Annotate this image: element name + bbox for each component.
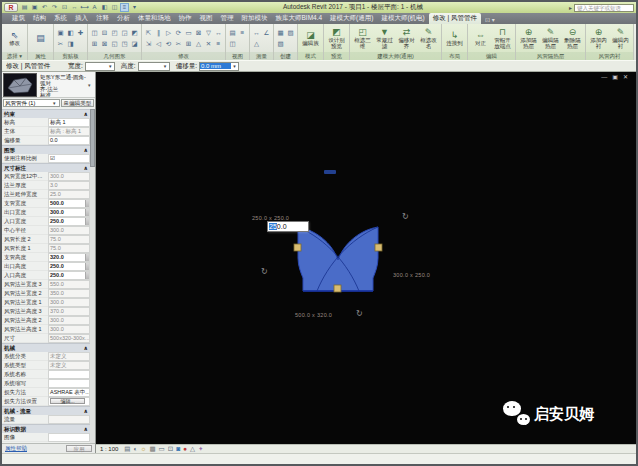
text-icon[interactable]: A [90,3,99,12]
properties-help-link[interactable]: 属性帮助 [5,445,27,452]
drag-handle[interactable] [375,244,382,251]
geometry-tool-icon-4[interactable]: ◰ [110,28,119,38]
ribbon-tab-9[interactable]: 管理 [217,13,238,24]
property-value[interactable]: 3.0 [48,181,90,190]
ribbon-tab-8[interactable]: 视图 [196,13,217,24]
type-selector[interactable]: 风管管件 (1) ▾ [3,99,60,107]
property-value[interactable]: 未定义 [48,352,90,361]
geometry-tool-icon-5[interactable]: ◱ [110,39,119,49]
offset-align-button[interactable]: ⇄偏移对齐 [396,27,417,49]
connector-size-label-1[interactable]: 300.0 x 250.0 [393,272,430,278]
geometry-tool-icon-6[interactable]: ◲ [120,28,129,38]
clipboard-tool-icon-2[interactable]: ◧ [66,28,75,38]
drag-handle[interactable] [294,244,301,251]
property-value[interactable]: 0.0 [48,136,90,145]
height-combo[interactable]: ▾ [138,62,170,71]
measure-tool-icon-2[interactable]: ∠ [262,28,271,38]
cap-open-ends-button[interactable]: ⊓管帽开放端点 [492,27,513,49]
edit-type-button[interactable]: ⊞ 编辑类型 [61,99,94,107]
property-value[interactable]: 370.0 [48,307,90,316]
property-value[interactable]: 320.0 [48,253,90,262]
edit-lining-button[interactable]: ✎编辑内衬 [610,27,631,49]
remove-insulation-button[interactable]: ⊖删除隔热层 [562,27,583,49]
ribbon-tab-1[interactable]: 结构 [29,13,50,24]
ribbon-tab-0[interactable]: 建筑 [8,13,29,24]
property-value[interactable] [48,370,90,379]
property-group-33[interactable]: 机械 - 流量∧ [2,406,90,415]
analytical-model-icon[interactable]: △ [190,445,195,453]
crop-view-icon[interactable]: ▭ [159,445,165,453]
property-value[interactable] [48,379,90,388]
dimension-edit-box[interactable]: 250.0 [267,221,309,232]
property-group-26[interactable]: 机械∧ [2,343,90,352]
thin-lines-icon[interactable]: ≡ [120,3,129,12]
property-value[interactable]: 300.0 [48,316,90,325]
rotate-control-icon-1[interactable]: ↻ [261,268,268,276]
design-preview-button[interactable]: ◩设计别预览 [326,27,347,49]
geometry-tool-icon-2[interactable]: ⊟ [100,28,109,38]
modify-tool-icon-5[interactable]: ⟲ [164,39,173,49]
properties-scrollbar[interactable] [90,109,95,443]
property-group-4[interactable]: 图形∧ [2,145,90,154]
modify-tool-icon-12[interactable]: ▽ [204,28,213,38]
clipboard-tool-icon-0[interactable]: ▣ [56,28,65,38]
detail-level-icon[interactable]: ▤ [124,445,130,453]
ribbon-tab-12[interactable]: 建模大师(通用) [326,13,377,24]
box-rename-button[interactable]: ✎框选改名 [418,27,439,49]
property-value[interactable]: 未定义 [48,361,90,370]
modify-tool-icon-6[interactable]: ⟳ [174,28,183,38]
rotate-control-icon-2[interactable]: ↻ [356,310,363,318]
property-value[interactable]: 编辑... [48,397,90,406]
property-value[interactable]: 75.0 [48,244,90,253]
shadows-icon[interactable]: ▩ [149,445,155,453]
property-value[interactable] [48,433,90,442]
restore-view-icon[interactable]: ▣ [612,74,618,81]
modify-tool-icon-0[interactable]: ⇱ [144,28,153,38]
property-value[interactable]: 300.0 [48,325,90,334]
modify-tool-icon-11[interactable]: △ [194,39,203,49]
property-value[interactable]: 300.0 [48,172,90,181]
redo-icon[interactable]: ↷ [50,3,59,12]
drag-handle[interactable] [334,285,341,292]
geometry-tool-icon-9[interactable]: ◪ [130,39,139,49]
modify-tool-icon-7[interactable]: ✂ [174,39,183,49]
ribbon-tab-11[interactable]: 族库大师BIM4.4 [272,13,327,24]
geometry-tool-icon-7[interactable]: ◳ [120,39,129,49]
ribbon-tab-7[interactable]: 协作 [175,13,196,24]
connect-into-button[interactable]: ↳连接到 [444,30,465,46]
property-value[interactable]: 250.0 [48,271,90,280]
general-filter-button[interactable]: ▼常规过滤 [374,27,395,49]
edit-settings-button[interactable]: 编辑... [50,398,85,404]
geometry-tool-icon-0[interactable]: ◫ [90,28,99,38]
view-tool-icon-1[interactable]: ◫ [228,39,237,49]
properties-button[interactable]: ▤ [30,33,51,43]
view-scale-button[interactable]: 1 : 100 [100,446,118,452]
save-icon[interactable]: ▣ [30,3,39,12]
property-group-35[interactable]: 标识数据∧ [2,424,90,433]
property-value[interactable]: 300.0 [48,226,90,235]
modify-tool-icon-14[interactable]: ↔ [214,28,223,38]
property-value[interactable]: 25.0 [48,190,90,199]
close-view-icon[interactable]: ✕ [623,74,628,81]
edit-insulation-button[interactable]: ✎编辑隔热层 [540,27,561,49]
offset-combo[interactable]: 0.0 mm▾ [199,62,239,71]
measure-icon[interactable]: ↔ [70,3,79,12]
modify-tool-icon-8[interactable]: ▭ [184,28,193,38]
ribbon-tab-2[interactable]: 系统 [50,13,71,24]
width-combo[interactable]: ▾ [85,62,115,71]
create-tool-icon-1[interactable]: ▧ [276,39,285,49]
duct-fitting-shape[interactable] [298,227,378,291]
ribbon-tab-5[interactable]: 分析 [113,13,134,24]
modify-tool-button[interactable]: ⇖修改 [4,30,25,46]
3d-view-icon[interactable]: ◧ [100,3,109,12]
apply-button[interactable]: 应用 [66,445,92,452]
temporary-hide-icon[interactable]: ◙ [176,445,180,453]
property-value[interactable]: 300.0 [48,298,90,307]
modify-tool-icon-13[interactable]: ✕ [204,39,213,49]
ribbon-tab-13[interactable]: 建模大师(机电) [377,13,428,24]
property-group-0[interactable]: 约束∧ [2,109,90,118]
property-value[interactable] [48,415,90,424]
box-select-3d-button[interactable]: ◰框选三维 [352,27,373,49]
justify-button[interactable]: ⇔对正 [470,30,491,46]
modify-tool-icon-2[interactable]: ∥ [154,28,163,38]
